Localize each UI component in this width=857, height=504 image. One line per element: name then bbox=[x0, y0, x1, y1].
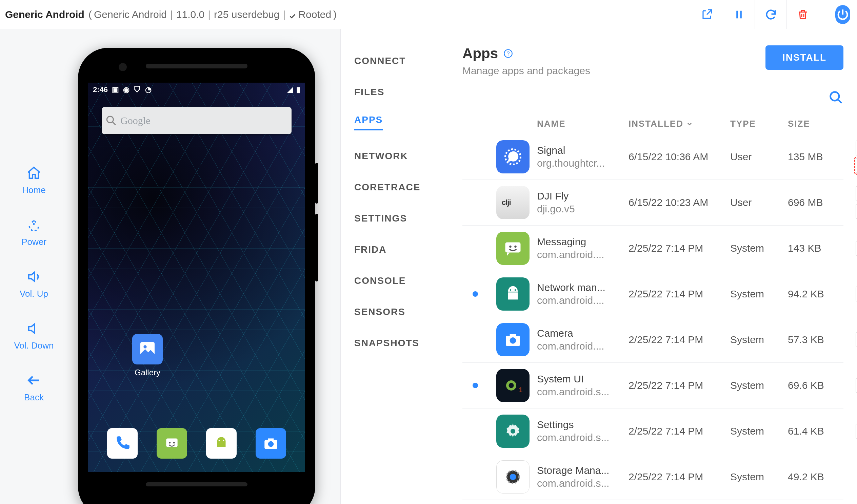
svg-rect-3 bbox=[166, 438, 177, 447]
app-installed: 2/25/22 7:14 PM bbox=[628, 471, 730, 483]
col-type[interactable]: TYPE bbox=[730, 119, 788, 129]
launch-button[interactable]: LAUNCH bbox=[856, 204, 857, 219]
launch-button[interactable]: LAUNCH bbox=[856, 332, 857, 347]
app-package: com.android.... bbox=[537, 249, 625, 260]
app-size: 49.2 KB bbox=[788, 471, 856, 483]
app-actions: KILL bbox=[856, 378, 857, 393]
camera-app-icon[interactable] bbox=[256, 428, 286, 458]
control-vol-up[interactable]: Vol. Up bbox=[20, 268, 48, 299]
kill-button[interactable]: KILL bbox=[856, 378, 857, 393]
app-type: System bbox=[730, 334, 788, 346]
control-label: Power bbox=[21, 237, 47, 247]
app-row[interactable]: Signalorg.thoughtcr...6/15/22 10:36 AMUs… bbox=[463, 134, 843, 179]
device-meta: (Generic Android | 11.0.0 | r25 userdebu… bbox=[88, 9, 337, 20]
app-actions: KILL bbox=[856, 286, 857, 301]
phone-screen[interactable]: 2:46 ▣ ◉ ⛉ ◔ ◢ ▮ Google bbox=[88, 83, 305, 472]
search-icon[interactable] bbox=[828, 90, 843, 105]
app-installed: 2/25/22 7:14 PM bbox=[628, 334, 730, 346]
phone-app-icon[interactable] bbox=[107, 428, 138, 458]
pause-icon[interactable] bbox=[723, 0, 755, 29]
control-home[interactable]: Home bbox=[22, 164, 46, 195]
app-type: User bbox=[730, 151, 788, 162]
device-controls: HomePowerVol. UpVol. DownBack bbox=[0, 29, 68, 504]
nav-item-console[interactable]: CONSOLE bbox=[341, 265, 442, 296]
battery-icon: ▮ bbox=[296, 85, 300, 94]
install-button[interactable]: INSTALL bbox=[766, 46, 843, 70]
svg-point-18 bbox=[514, 246, 517, 248]
app-package: com.android.... bbox=[537, 295, 625, 306]
nav-item-files[interactable]: FILES bbox=[341, 76, 442, 108]
open-external-icon[interactable] bbox=[691, 0, 723, 29]
android-app-icon[interactable] bbox=[206, 428, 237, 458]
app-name: Settings bbox=[537, 419, 625, 431]
meta-os: 11.0.0 bbox=[176, 9, 204, 20]
messages-app-icon[interactable] bbox=[157, 428, 187, 458]
app-row[interactable]: Cameracom.android....2/25/22 7:14 PMSyst… bbox=[463, 317, 843, 362]
svg-point-31 bbox=[510, 474, 516, 480]
nav-item-coretrace[interactable]: CORETRACE bbox=[341, 172, 442, 203]
uninstall-button[interactable]: UNINSTALL bbox=[856, 141, 857, 155]
svg-point-9 bbox=[268, 441, 274, 447]
app-package: dji.go.v5 bbox=[537, 203, 625, 215]
control-power[interactable]: Power bbox=[21, 216, 47, 247]
app-installed: 2/25/22 7:14 PM bbox=[628, 288, 730, 300]
app-actions: LAUNCH bbox=[856, 241, 857, 256]
nav-item-network[interactable]: NETWORK bbox=[341, 141, 442, 172]
signal-icon: ◢ bbox=[287, 85, 293, 94]
app-row[interactable]: 11System UIcom.android.s...2/25/22 7:14 … bbox=[463, 362, 843, 408]
delete-icon[interactable] bbox=[787, 0, 818, 29]
app-size: 61.4 KB bbox=[788, 425, 856, 437]
app-name: Messaging bbox=[537, 236, 625, 248]
gallery-app[interactable]: Gallery bbox=[132, 334, 163, 377]
kill-button[interactable]: KILL bbox=[856, 286, 857, 301]
app-name-cell: Messagingcom.android.... bbox=[537, 236, 628, 260]
help-icon[interactable]: ? bbox=[503, 49, 513, 58]
col-size[interactable]: SIZE bbox=[788, 119, 856, 129]
magnifier-icon bbox=[102, 114, 120, 127]
power-button-wrap bbox=[818, 0, 850, 29]
control-label: Home bbox=[22, 185, 46, 195]
status-icon: ⛉ bbox=[134, 85, 141, 94]
svg-point-19 bbox=[510, 289, 511, 291]
app-name-cell: Signalorg.thoughtcr... bbox=[537, 145, 628, 169]
app-size: 57.3 KB bbox=[788, 334, 856, 346]
launch-button[interactable]: LAUNCH bbox=[856, 424, 857, 439]
refresh-icon[interactable] bbox=[755, 0, 787, 29]
nav-item-settings[interactable]: SETTINGS bbox=[341, 203, 442, 234]
app-name-cell: Storage Mana...com.android.s... bbox=[537, 465, 628, 489]
col-name[interactable]: NAME bbox=[537, 119, 628, 129]
app-size: 69.6 KB bbox=[788, 380, 856, 391]
svg-text:11: 11 bbox=[519, 386, 523, 394]
app-actions: LAUNCH bbox=[856, 424, 857, 439]
control-back[interactable]: Back bbox=[24, 372, 44, 403]
nav-item-connect[interactable]: CONNECT bbox=[341, 46, 442, 76]
app-name: Signal bbox=[537, 145, 625, 156]
col-installed[interactable]: INSTALLED bbox=[628, 119, 730, 129]
uninstall-button[interactable]: UNINSTALL bbox=[856, 186, 857, 201]
app-type: System bbox=[730, 425, 788, 437]
power-button[interactable] bbox=[835, 5, 850, 24]
nav-item-sensors[interactable]: SENSORS bbox=[341, 296, 442, 328]
control-vol-down[interactable]: Vol. Down bbox=[14, 320, 54, 351]
svg-point-0 bbox=[107, 116, 113, 123]
running-indicator bbox=[463, 383, 496, 388]
app-row[interactable]: Storage Mana...com.android.s...2/25/22 7… bbox=[463, 454, 843, 500]
app-row[interactable]: Network man...com.android....2/25/22 7:1… bbox=[463, 271, 843, 317]
app-icon bbox=[496, 140, 530, 173]
app-installed: 2/25/22 7:14 PM bbox=[628, 425, 730, 437]
app-row[interactable]: cljiDJI Flydji.go.v56/15/22 10:23 AMUser… bbox=[463, 179, 843, 225]
nav-item-snapshots[interactable]: SNAPSHOTS bbox=[341, 328, 442, 359]
status-icon: ▣ bbox=[112, 85, 119, 94]
app-row[interactable]: com.android....2/25/22 7:14 PMSystem49.2… bbox=[463, 500, 843, 504]
svg-point-13 bbox=[830, 92, 839, 101]
control-label: Back bbox=[24, 392, 44, 403]
app-table-body: Signalorg.thoughtcr...6/15/22 10:36 AMUs… bbox=[463, 134, 843, 504]
app-row[interactable]: Settingscom.android.s...2/25/22 7:14 PMS… bbox=[463, 408, 843, 454]
nav-item-frida[interactable]: FRIDA bbox=[341, 234, 442, 265]
google-search-widget[interactable]: Google bbox=[102, 107, 291, 134]
app-row[interactable]: Messagingcom.android....2/25/22 7:14 PMS… bbox=[463, 225, 843, 271]
launch-button[interactable]: LAUNCH bbox=[856, 241, 857, 256]
nav-item-apps[interactable]: APPS bbox=[354, 115, 383, 131]
app-installed: 2/25/22 7:14 PM bbox=[628, 380, 730, 391]
launch-button[interactable]: LAUNCH bbox=[856, 158, 857, 173]
